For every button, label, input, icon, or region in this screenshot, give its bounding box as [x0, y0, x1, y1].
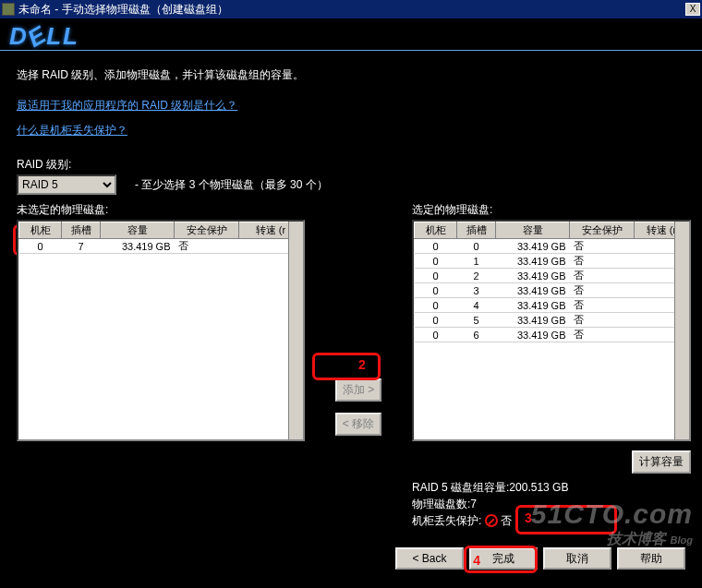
table-row[interactable]: 0 7 33.419 GB 否 15 — [19, 239, 303, 254]
raid-level-select[interactable]: RAID 5 — [17, 174, 116, 195]
help-button[interactable]: 帮助 — [617, 547, 685, 570]
brand-header: DELL — [0, 18, 702, 50]
link-best-raid[interactable]: 最适用于我的应用程序的 RAID 级别是什么？ — [17, 98, 237, 114]
col-enclosure[interactable]: 机柜 — [19, 222, 62, 239]
col-security[interactable]: 安全保护 — [175, 222, 239, 239]
scrollbar[interactable] — [674, 222, 689, 439]
col-slot[interactable]: 插槽 — [457, 222, 496, 239]
back-button[interactable]: < Back — [395, 547, 464, 570]
scrollbar[interactable] — [288, 222, 303, 439]
disk-count-label: 物理磁盘数: — [412, 498, 470, 510]
calc-capacity-button[interactable]: 计算容量 — [632, 450, 691, 474]
app-icon — [2, 3, 15, 16]
table-row[interactable]: 0433.419 GB否15 — [415, 298, 689, 313]
add-button[interactable]: 添加 > — [335, 378, 381, 402]
loss-value: 否 — [501, 514, 512, 527]
unselected-title: 未选定的物理磁盘: — [17, 202, 305, 218]
col-capacity[interactable]: 容量 — [496, 222, 570, 239]
table-row[interactable]: 0033.419 GB否15 — [415, 239, 689, 254]
dell-logo: DELL — [9, 22, 79, 50]
window-title: 未命名 - 手动选择物理磁盘（创建磁盘组） — [18, 2, 228, 18]
window-titlebar: 未命名 - 手动选择物理磁盘（创建磁盘组） X — [0, 0, 702, 18]
loss-label: 机柜丢失保护: — [412, 514, 481, 527]
col-enclosure[interactable]: 机柜 — [415, 222, 457, 239]
col-capacity[interactable]: 容量 — [101, 222, 175, 239]
col-security[interactable]: 安全保护 — [570, 222, 635, 239]
selected-disks-grid[interactable]: 机柜 插槽 容量 安全保护 转速 (r 0033.419 GB否150133.4… — [412, 220, 691, 441]
link-enclosure-loss[interactable]: 什么是机柜丢失保护？ — [17, 123, 127, 138]
selected-title: 选定的物理磁盘: — [412, 202, 691, 218]
table-row[interactable]: 0233.419 GB否15 — [415, 269, 689, 283]
col-slot[interactable]: 插槽 — [62, 222, 101, 239]
table-row[interactable]: 0333.419 GB否15 — [415, 283, 689, 298]
instruction-text: 选择 RAID 级别、添加物理磁盘，并计算该磁盘组的容量。 — [17, 67, 691, 83]
table-row[interactable]: 0533.419 GB否15 — [415, 313, 689, 328]
disk-count-value: 7 — [470, 498, 477, 510]
raid-hint: - 至少选择 3 个物理磁盘（最多 30 个） — [135, 177, 328, 193]
wizard-footer: < Back 完成 取消 帮助 — [390, 547, 685, 570]
close-button[interactable]: X — [685, 3, 700, 16]
raid-level-label: RAID 级别: — [17, 157, 691, 173]
capacity-value: 200.513 GB — [509, 481, 568, 494]
capacity-label: RAID 5 磁盘组容量: — [412, 481, 509, 494]
remove-button[interactable]: < 移除 — [335, 413, 381, 436]
table-row[interactable]: 0133.419 GB否15 — [415, 254, 689, 269]
finish-button[interactable]: 完成 — [469, 547, 538, 570]
cancel-button[interactable]: 取消 — [543, 547, 611, 570]
table-row[interactable]: 0633.419 GB否15 — [415, 328, 689, 342]
unselected-disks-grid[interactable]: 机柜 插槽 容量 安全保护 转速 (r 0 7 33.419 GB 否 15 — [17, 220, 305, 441]
prohibited-icon — [485, 514, 498, 527]
